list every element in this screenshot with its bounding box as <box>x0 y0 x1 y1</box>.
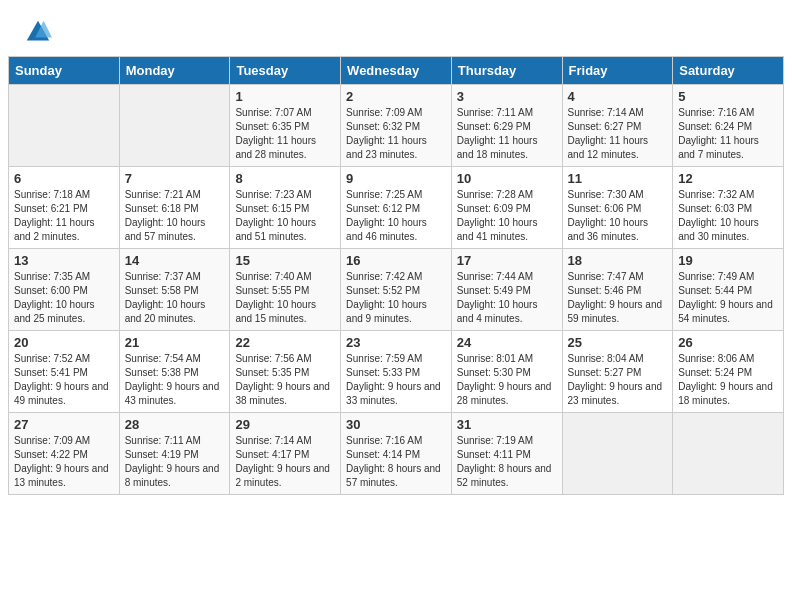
week-row-4: 27Sunrise: 7:09 AMSunset: 4:22 PMDayligh… <box>9 413 784 495</box>
calendar-cell <box>119 85 230 167</box>
day-info: Sunrise: 7:14 AMSunset: 6:27 PMDaylight:… <box>568 106 668 162</box>
day-number: 29 <box>235 417 335 432</box>
day-number: 25 <box>568 335 668 350</box>
week-row-0: 1Sunrise: 7:07 AMSunset: 6:35 PMDaylight… <box>9 85 784 167</box>
calendar-cell: 3Sunrise: 7:11 AMSunset: 6:29 PMDaylight… <box>451 85 562 167</box>
week-row-2: 13Sunrise: 7:35 AMSunset: 6:00 PMDayligh… <box>9 249 784 331</box>
week-row-3: 20Sunrise: 7:52 AMSunset: 5:41 PMDayligh… <box>9 331 784 413</box>
day-info: Sunrise: 7:37 AMSunset: 5:58 PMDaylight:… <box>125 270 225 326</box>
calendar-cell: 10Sunrise: 7:28 AMSunset: 6:09 PMDayligh… <box>451 167 562 249</box>
calendar-cell: 18Sunrise: 7:47 AMSunset: 5:46 PMDayligh… <box>562 249 673 331</box>
day-info: Sunrise: 7:19 AMSunset: 4:11 PMDaylight:… <box>457 434 557 490</box>
calendar-cell: 19Sunrise: 7:49 AMSunset: 5:44 PMDayligh… <box>673 249 784 331</box>
day-number: 23 <box>346 335 446 350</box>
weekday-header-wednesday: Wednesday <box>341 57 452 85</box>
day-number: 28 <box>125 417 225 432</box>
day-number: 12 <box>678 171 778 186</box>
day-info: Sunrise: 7:42 AMSunset: 5:52 PMDaylight:… <box>346 270 446 326</box>
day-info: Sunrise: 7:32 AMSunset: 6:03 PMDaylight:… <box>678 188 778 244</box>
day-info: Sunrise: 7:07 AMSunset: 6:35 PMDaylight:… <box>235 106 335 162</box>
day-number: 20 <box>14 335 114 350</box>
day-number: 6 <box>14 171 114 186</box>
day-number: 16 <box>346 253 446 268</box>
day-number: 10 <box>457 171 557 186</box>
calendar-cell <box>673 413 784 495</box>
calendar-cell: 5Sunrise: 7:16 AMSunset: 6:24 PMDaylight… <box>673 85 784 167</box>
day-info: Sunrise: 8:06 AMSunset: 5:24 PMDaylight:… <box>678 352 778 408</box>
day-number: 1 <box>235 89 335 104</box>
day-info: Sunrise: 7:23 AMSunset: 6:15 PMDaylight:… <box>235 188 335 244</box>
calendar-cell: 2Sunrise: 7:09 AMSunset: 6:32 PMDaylight… <box>341 85 452 167</box>
calendar-cell: 6Sunrise: 7:18 AMSunset: 6:21 PMDaylight… <box>9 167 120 249</box>
calendar-body: 1Sunrise: 7:07 AMSunset: 6:35 PMDaylight… <box>9 85 784 495</box>
week-row-1: 6Sunrise: 7:18 AMSunset: 6:21 PMDaylight… <box>9 167 784 249</box>
weekday-header-monday: Monday <box>119 57 230 85</box>
calendar-cell: 27Sunrise: 7:09 AMSunset: 4:22 PMDayligh… <box>9 413 120 495</box>
day-number: 5 <box>678 89 778 104</box>
weekday-header-sunday: Sunday <box>9 57 120 85</box>
day-number: 14 <box>125 253 225 268</box>
day-info: Sunrise: 7:44 AMSunset: 5:49 PMDaylight:… <box>457 270 557 326</box>
calendar-cell: 13Sunrise: 7:35 AMSunset: 6:00 PMDayligh… <box>9 249 120 331</box>
calendar-cell: 1Sunrise: 7:07 AMSunset: 6:35 PMDaylight… <box>230 85 341 167</box>
calendar-cell: 26Sunrise: 8:06 AMSunset: 5:24 PMDayligh… <box>673 331 784 413</box>
day-number: 18 <box>568 253 668 268</box>
day-number: 9 <box>346 171 446 186</box>
calendar-cell: 23Sunrise: 7:59 AMSunset: 5:33 PMDayligh… <box>341 331 452 413</box>
calendar-cell: 21Sunrise: 7:54 AMSunset: 5:38 PMDayligh… <box>119 331 230 413</box>
day-number: 26 <box>678 335 778 350</box>
day-number: 19 <box>678 253 778 268</box>
day-info: Sunrise: 7:40 AMSunset: 5:55 PMDaylight:… <box>235 270 335 326</box>
calendar-cell: 31Sunrise: 7:19 AMSunset: 4:11 PMDayligh… <box>451 413 562 495</box>
day-info: Sunrise: 7:21 AMSunset: 6:18 PMDaylight:… <box>125 188 225 244</box>
calendar-cell: 4Sunrise: 7:14 AMSunset: 6:27 PMDaylight… <box>562 85 673 167</box>
day-info: Sunrise: 7:11 AMSunset: 4:19 PMDaylight:… <box>125 434 225 490</box>
weekday-header-friday: Friday <box>562 57 673 85</box>
weekday-header-tuesday: Tuesday <box>230 57 341 85</box>
day-info: Sunrise: 8:01 AMSunset: 5:30 PMDaylight:… <box>457 352 557 408</box>
day-number: 11 <box>568 171 668 186</box>
calendar-cell: 29Sunrise: 7:14 AMSunset: 4:17 PMDayligh… <box>230 413 341 495</box>
day-number: 31 <box>457 417 557 432</box>
day-number: 21 <box>125 335 225 350</box>
calendar-table: SundayMondayTuesdayWednesdayThursdayFrid… <box>8 56 784 495</box>
day-info: Sunrise: 7:18 AMSunset: 6:21 PMDaylight:… <box>14 188 114 244</box>
calendar-cell: 17Sunrise: 7:44 AMSunset: 5:49 PMDayligh… <box>451 249 562 331</box>
day-info: Sunrise: 7:56 AMSunset: 5:35 PMDaylight:… <box>235 352 335 408</box>
calendar-cell: 11Sunrise: 7:30 AMSunset: 6:06 PMDayligh… <box>562 167 673 249</box>
calendar-cell <box>562 413 673 495</box>
day-info: Sunrise: 7:09 AMSunset: 4:22 PMDaylight:… <box>14 434 114 490</box>
day-info: Sunrise: 7:25 AMSunset: 6:12 PMDaylight:… <box>346 188 446 244</box>
calendar-cell: 7Sunrise: 7:21 AMSunset: 6:18 PMDaylight… <box>119 167 230 249</box>
day-number: 27 <box>14 417 114 432</box>
day-info: Sunrise: 7:11 AMSunset: 6:29 PMDaylight:… <box>457 106 557 162</box>
day-number: 8 <box>235 171 335 186</box>
day-info: Sunrise: 7:16 AMSunset: 4:14 PMDaylight:… <box>346 434 446 490</box>
calendar-cell: 8Sunrise: 7:23 AMSunset: 6:15 PMDaylight… <box>230 167 341 249</box>
calendar-cell: 22Sunrise: 7:56 AMSunset: 5:35 PMDayligh… <box>230 331 341 413</box>
day-number: 22 <box>235 335 335 350</box>
logo <box>24 18 56 46</box>
day-number: 13 <box>14 253 114 268</box>
day-info: Sunrise: 7:54 AMSunset: 5:38 PMDaylight:… <box>125 352 225 408</box>
calendar-header: SundayMondayTuesdayWednesdayThursdayFrid… <box>9 57 784 85</box>
day-number: 17 <box>457 253 557 268</box>
day-info: Sunrise: 7:14 AMSunset: 4:17 PMDaylight:… <box>235 434 335 490</box>
calendar-cell <box>9 85 120 167</box>
day-info: Sunrise: 7:47 AMSunset: 5:46 PMDaylight:… <box>568 270 668 326</box>
calendar-cell: 9Sunrise: 7:25 AMSunset: 6:12 PMDaylight… <box>341 167 452 249</box>
day-info: Sunrise: 7:09 AMSunset: 6:32 PMDaylight:… <box>346 106 446 162</box>
logo-icon <box>24 18 52 46</box>
day-info: Sunrise: 7:52 AMSunset: 5:41 PMDaylight:… <box>14 352 114 408</box>
calendar-cell: 30Sunrise: 7:16 AMSunset: 4:14 PMDayligh… <box>341 413 452 495</box>
day-info: Sunrise: 7:59 AMSunset: 5:33 PMDaylight:… <box>346 352 446 408</box>
calendar-cell: 16Sunrise: 7:42 AMSunset: 5:52 PMDayligh… <box>341 249 452 331</box>
calendar-cell: 15Sunrise: 7:40 AMSunset: 5:55 PMDayligh… <box>230 249 341 331</box>
day-info: Sunrise: 7:30 AMSunset: 6:06 PMDaylight:… <box>568 188 668 244</box>
calendar-cell: 12Sunrise: 7:32 AMSunset: 6:03 PMDayligh… <box>673 167 784 249</box>
day-info: Sunrise: 7:49 AMSunset: 5:44 PMDaylight:… <box>678 270 778 326</box>
day-info: Sunrise: 8:04 AMSunset: 5:27 PMDaylight:… <box>568 352 668 408</box>
weekday-header-thursday: Thursday <box>451 57 562 85</box>
weekday-row: SundayMondayTuesdayWednesdayThursdayFrid… <box>9 57 784 85</box>
calendar-wrapper: SundayMondayTuesdayWednesdayThursdayFrid… <box>0 56 792 503</box>
